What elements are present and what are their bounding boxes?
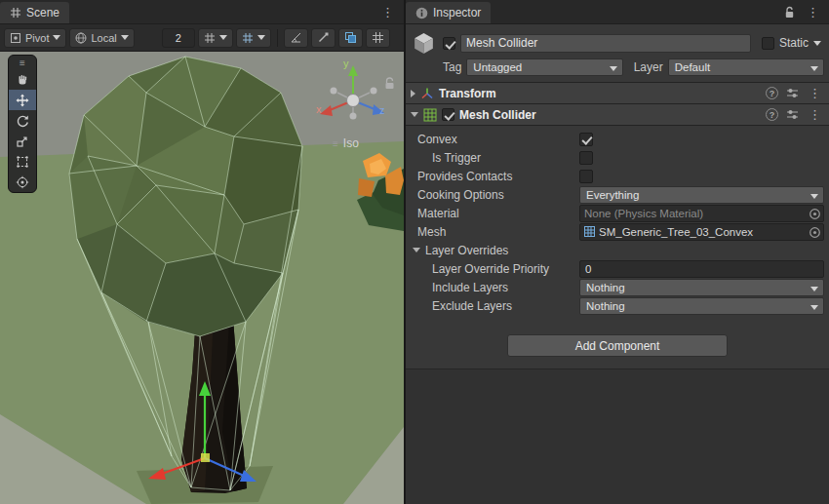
- probe-tool-button[interactable]: [311, 28, 336, 48]
- exclude-layers-dropdown[interactable]: Nothing: [579, 297, 824, 315]
- mesh-collider-help-icon[interactable]: ?: [766, 108, 778, 121]
- local-caret-icon: [121, 35, 129, 40]
- measure-tool-button[interactable]: [284, 28, 308, 48]
- hand-icon: [16, 73, 29, 87]
- provides-contacts-row: Provides Contacts: [406, 167, 829, 185]
- pivot-mode-button[interactable]: Pivot: [4, 28, 66, 48]
- inspector-tab[interactable]: Inspector: [406, 2, 491, 23]
- material-picker-icon[interactable]: [809, 208, 821, 220]
- globe-icon: [75, 32, 87, 44]
- mesh-object-field[interactable]: SM_Generic_Tree_03_Convex: [579, 223, 824, 241]
- transform-component-header[interactable]: Transform ? ⋮: [406, 82, 829, 103]
- cooking-options-dropdown[interactable]: Everything: [579, 186, 824, 204]
- transform-tool-button[interactable]: [9, 172, 36, 192]
- move-icon: [16, 94, 29, 107]
- include-layers-label: Include Layers: [417, 281, 579, 294]
- scene-panel: Scene ⋮ Pivot Local 2: [0, 0, 404, 504]
- camera-view-button[interactable]: [366, 28, 390, 48]
- scene-tab-menu-icon[interactable]: ⋮: [379, 6, 396, 19]
- grid-size-value: 2: [176, 32, 181, 44]
- view-lock-icon[interactable]: [384, 77, 395, 90]
- inspector-panel: Inspector ⋮ Static Tag Untagged: [406, 0, 829, 504]
- is-trigger-row: Is Trigger: [406, 148, 829, 167]
- overlay-menu-icon[interactable]: ≡: [9, 56, 36, 69]
- inspector-menu-icon[interactable]: ⋮: [805, 6, 821, 19]
- scene-tab-label: Scene: [26, 6, 59, 19]
- gameobject-name-field[interactable]: [460, 34, 751, 53]
- projection-menu-icon: ≡: [333, 138, 338, 149]
- handle-rotation-button[interactable]: Local: [69, 28, 134, 48]
- layer-overrides-foldout-icon: [413, 248, 420, 252]
- inspector-lock-icon[interactable]: [784, 6, 795, 19]
- info-icon: [415, 7, 428, 19]
- cooking-options-row: Cooking Options Everything: [406, 185, 829, 204]
- gameobject-header: Static Tag Untagged Layer Default: [406, 24, 829, 82]
- gizmo-z-label[interactable]: z: [379, 104, 385, 116]
- scene-render: [0, 52, 404, 504]
- mesh-collider-component-header[interactable]: Mesh Collider ? ⋮: [406, 103, 829, 125]
- material-row: Material None (Physics Material): [406, 204, 829, 222]
- layer-override-priority-label: Layer Override Priority: [417, 262, 579, 276]
- view-tool-button[interactable]: [9, 69, 36, 90]
- projection-toggle[interactable]: ≡ Iso: [333, 136, 359, 150]
- rotate-tool-button[interactable]: [9, 110, 36, 131]
- add-component-button[interactable]: Add Component: [507, 334, 728, 357]
- transform-component-icon: [420, 87, 434, 100]
- is-trigger-checkbox[interactable]: [579, 151, 593, 165]
- layer-override-priority-row: Layer Override Priority: [406, 259, 829, 278]
- scene-viewport[interactable]: ≡ y x z ≡ Iso: [0, 52, 404, 504]
- convex-checkbox[interactable]: [579, 133, 593, 146]
- include-layers-dropdown[interactable]: Nothing: [579, 279, 824, 296]
- mesh-picker-icon[interactable]: [809, 226, 821, 239]
- tools-overlay: ≡: [8, 55, 37, 193]
- transform-title: Transform: [439, 87, 761, 100]
- exclude-layers-label: Exclude Layers: [417, 299, 579, 313]
- gizmo-y-label[interactable]: y: [343, 58, 349, 69]
- gameobject-cube-icon[interactable]: [411, 30, 437, 57]
- snap-settings-button[interactable]: [236, 28, 271, 48]
- snap-grid-icon: [242, 32, 254, 44]
- layers-icon: [344, 31, 357, 44]
- rect-tool-button[interactable]: [9, 151, 36, 172]
- scene-toolbar: Pivot Local 2: [0, 24, 404, 52]
- pen-tool-icon: [317, 31, 330, 44]
- is-trigger-label: Is Trigger: [417, 151, 579, 165]
- gameobject-active-checkbox[interactable]: [443, 37, 455, 50]
- snap-caret-icon: [257, 35, 265, 40]
- scale-tool-button[interactable]: [9, 131, 36, 151]
- gizmo-x-label[interactable]: x: [316, 103, 322, 115]
- scale-icon: [16, 135, 29, 148]
- mesh-asset-icon: [584, 226, 595, 237]
- layer-dropdown[interactable]: Default: [668, 58, 824, 76]
- transform-help-icon[interactable]: ?: [766, 87, 778, 99]
- mesh-collider-foldout-icon[interactable]: [411, 112, 418, 117]
- layer-overrides-label: Layer Overrides: [425, 244, 508, 257]
- mesh-collider-enabled-checkbox[interactable]: [442, 108, 454, 121]
- layer-override-priority-field[interactable]: [579, 260, 824, 278]
- provides-contacts-checkbox[interactable]: [579, 170, 593, 183]
- inspector-empty-area: [406, 368, 829, 504]
- cooking-options-label: Cooking Options: [417, 188, 579, 202]
- inspector-tab-label: Inspector: [433, 6, 481, 19]
- grid-visibility-button[interactable]: [198, 28, 233, 48]
- material-object-field[interactable]: None (Physics Material): [579, 205, 824, 222]
- transform-menu-icon[interactable]: ⋮: [807, 87, 823, 99]
- layer-overrides-foldout[interactable]: Layer Overrides: [406, 241, 829, 259]
- scene-tab[interactable]: Scene: [0, 2, 69, 23]
- angle-tool-icon: [290, 31, 302, 44]
- move-tool-button[interactable]: [9, 90, 36, 110]
- mesh-collider-title: Mesh Collider: [459, 108, 761, 122]
- static-checkbox[interactable]: [762, 37, 774, 50]
- grid-size-field[interactable]: 2: [162, 28, 195, 48]
- transform-preset-icon[interactable]: [786, 87, 799, 99]
- tag-dropdown[interactable]: Untagged: [466, 58, 622, 76]
- transform-foldout-icon[interactable]: [411, 90, 415, 97]
- scene-tabstrip: Scene ⋮: [0, 0, 404, 24]
- mesh-collider-preset-icon[interactable]: [786, 108, 799, 121]
- static-caret-icon: [813, 41, 821, 46]
- grid-icon: [204, 32, 216, 44]
- mesh-collider-menu-icon[interactable]: ⋮: [807, 108, 823, 121]
- static-group[interactable]: Static: [762, 36, 824, 50]
- rect-tool-icon: [16, 155, 29, 169]
- layers-view-button[interactable]: [338, 28, 363, 48]
